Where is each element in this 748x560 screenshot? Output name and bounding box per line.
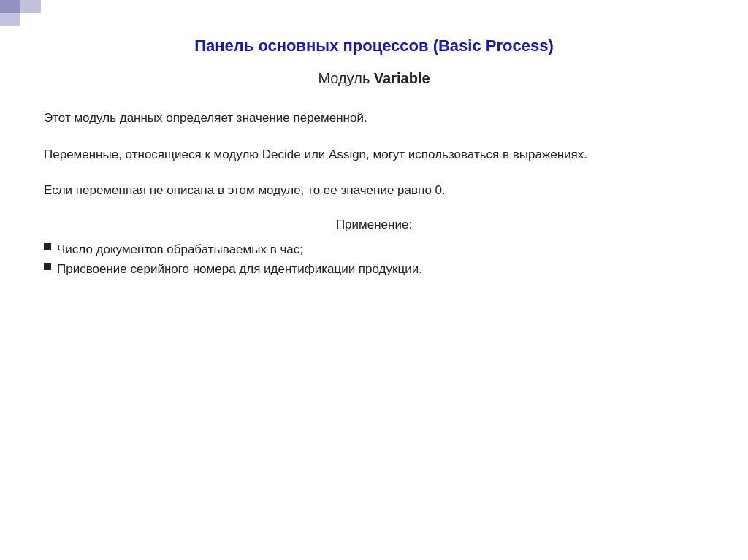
- page-content: Панель основных процессов (Basic Process…: [0, 7, 748, 318]
- bullet-text-2: Присвоение серийного номера для идентифи…: [57, 259, 422, 279]
- bullet-icon: [44, 263, 51, 270]
- condition-text: Если переменная не описана в этом модуле…: [44, 181, 704, 200]
- subtitle-prefix: Модуль: [318, 70, 373, 86]
- corner-decoration: [0, 0, 44, 29]
- bullet-text-1: Число документов обрабатываемых в час;: [57, 239, 303, 259]
- applications-section: Применение: Число документов обрабатывае…: [44, 218, 704, 279]
- bullet-list: Число документов обрабатываемых в час; П…: [44, 239, 704, 279]
- description-section: Этот модуль данных определяет значение п…: [44, 109, 704, 128]
- bullet-icon: [44, 243, 51, 250]
- variables-text: Переменные, относящиеся к модулю Decide …: [44, 145, 704, 164]
- list-item: Присвоение серийного номера для идентифи…: [44, 259, 704, 279]
- condition-section: Если переменная не описана в этом модуле…: [44, 181, 704, 200]
- variables-section: Переменные, относящиеся к модулю Decide …: [44, 145, 704, 164]
- applications-title: Применение:: [44, 218, 704, 232]
- description-text: Этот модуль данных определяет значение п…: [44, 109, 704, 128]
- main-title: Панель основных процессов (Basic Process…: [44, 37, 704, 55]
- module-subtitle: Модуль Variable: [44, 70, 704, 87]
- subtitle-bold: Variable: [374, 70, 430, 86]
- list-item: Число документов обрабатываемых в час;: [44, 239, 704, 259]
